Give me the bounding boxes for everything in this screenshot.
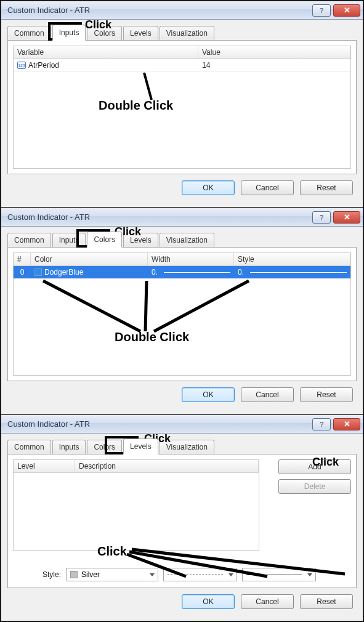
col-color[interactable]: Color bbox=[31, 253, 148, 265]
cell-width: 0. bbox=[152, 268, 158, 277]
tabstrip: Common Inputs Colors Levels Visualizatio… bbox=[7, 232, 357, 248]
tab-colors[interactable]: Colors bbox=[87, 232, 122, 248]
cell-style: 0. bbox=[238, 268, 244, 277]
style-label: Style: bbox=[42, 570, 61, 579]
close-button[interactable]: ✕ bbox=[333, 4, 360, 17]
reset-button[interactable]: Reset bbox=[300, 180, 353, 195]
cell-variable: AtrPeriod bbox=[28, 61, 59, 70]
tabstrip: Common Inputs Colors Levels Visualizatio… bbox=[7, 438, 357, 454]
help-button[interactable]: ? bbox=[312, 418, 331, 430]
close-button[interactable]: ✕ bbox=[333, 418, 360, 430]
reset-button[interactable]: Reset bbox=[300, 387, 353, 402]
window-title: Custom Indicator - ATR bbox=[7, 6, 310, 15]
reset-button[interactable]: Reset bbox=[300, 594, 353, 609]
help-button[interactable]: ? bbox=[312, 4, 331, 17]
tab-levels[interactable]: Levels bbox=[123, 438, 158, 454]
style-preview bbox=[250, 272, 347, 273]
col-value[interactable]: Value bbox=[198, 46, 350, 59]
col-description[interactable]: Description bbox=[75, 460, 259, 472]
titlebar: Custom Indicator - ATR ? ✕ bbox=[1, 208, 363, 227]
delete-button: Delete bbox=[278, 479, 351, 494]
col-style[interactable]: Style bbox=[234, 253, 350, 265]
integer-icon: 123 bbox=[17, 62, 26, 69]
window-title: Custom Indicator - ATR bbox=[7, 419, 310, 429]
close-button[interactable]: ✕ bbox=[333, 211, 360, 224]
colors-table: # Color Width Style 0 DodgerBlue 0. bbox=[13, 252, 351, 376]
ok-button[interactable]: OK bbox=[182, 387, 235, 402]
tab-inputs[interactable]: Inputs bbox=[52, 25, 86, 41]
close-icon: ✕ bbox=[344, 212, 350, 222]
tabpage-colors: # Color Width Style 0 DodgerBlue 0. bbox=[7, 247, 357, 381]
tabstrip: Common Inputs Colors Levels Visualizatio… bbox=[7, 25, 357, 41]
window-title: Custom Indicator - ATR bbox=[7, 212, 310, 222]
col-variable[interactable]: Variable bbox=[14, 46, 198, 59]
tabpage-levels: Level Description Add Delete Style: Silv… bbox=[7, 454, 357, 588]
style-line-select[interactable] bbox=[163, 568, 237, 581]
cancel-button[interactable]: Cancel bbox=[241, 180, 294, 195]
table-row[interactable]: 0 DodgerBlue 0. 0. bbox=[14, 266, 350, 279]
cell-color-name: DodgerBlue bbox=[44, 268, 83, 277]
width-preview bbox=[164, 272, 230, 273]
col-level[interactable]: Level bbox=[14, 460, 75, 472]
close-icon: ✕ bbox=[344, 6, 350, 15]
cell-num: 0 bbox=[14, 266, 31, 278]
help-icon: ? bbox=[320, 214, 323, 221]
dialog-colors: Custom Indicator - ATR ? ✕ Common Inputs… bbox=[1, 208, 363, 414]
col-width[interactable]: Width bbox=[148, 253, 234, 265]
help-icon: ? bbox=[320, 7, 323, 14]
table-row[interactable]: 123 AtrPeriod 14 bbox=[14, 59, 350, 72]
style-color-name: Silver bbox=[81, 570, 100, 579]
help-icon: ? bbox=[320, 421, 323, 428]
inputs-table: Variable Value 123 AtrPeriod 14 bbox=[13, 46, 351, 169]
dialog-inputs: Custom Indicator - ATR ? ✕ Common Inputs… bbox=[1, 1, 363, 208]
dialog-levels: Custom Indicator - ATR ? ✕ Common Inputs… bbox=[1, 414, 363, 621]
color-swatch bbox=[70, 571, 78, 578]
ok-button[interactable]: OK bbox=[182, 180, 235, 195]
cancel-button[interactable]: Cancel bbox=[241, 594, 294, 609]
levels-table: Level Description bbox=[13, 459, 259, 551]
color-swatch bbox=[34, 269, 42, 276]
titlebar: Custom Indicator - ATR ? ✕ bbox=[1, 1, 363, 20]
help-button[interactable]: ? bbox=[312, 211, 331, 224]
titlebar: Custom Indicator - ATR ? ✕ bbox=[1, 415, 363, 434]
cell-value[interactable]: 14 bbox=[198, 59, 350, 71]
cancel-button[interactable]: Cancel bbox=[241, 387, 294, 402]
style-width-select[interactable] bbox=[242, 568, 316, 581]
style-color-select[interactable]: Silver bbox=[66, 568, 158, 581]
add-button[interactable]: Add bbox=[278, 459, 351, 474]
close-icon: ✕ bbox=[344, 419, 350, 429]
col-num[interactable]: # bbox=[14, 253, 31, 265]
tabpage-inputs: Variable Value 123 AtrPeriod 14 bbox=[7, 40, 357, 174]
ok-button[interactable]: OK bbox=[182, 594, 235, 609]
